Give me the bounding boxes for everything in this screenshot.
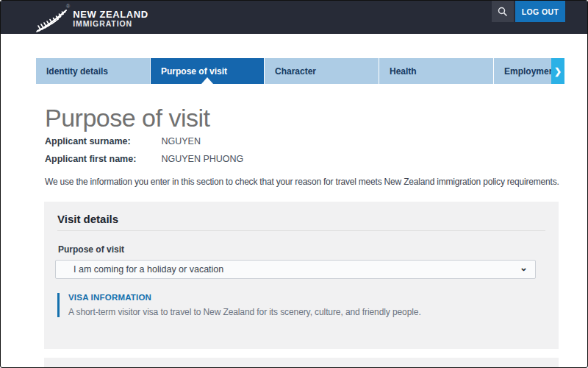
- search-icon: [498, 7, 508, 17]
- section-tabbar: Identity details Purpose of visit Charac…: [36, 58, 564, 84]
- silver-fern-icon: [35, 5, 69, 33]
- selected-option-text: I am coming for a holiday or vacation: [74, 264, 223, 275]
- logo-line-2: IMMIGRATION: [73, 20, 148, 29]
- applicant-first-name-row: Applicant first name: NGUYEN PHUONG: [45, 154, 243, 164]
- purpose-of-visit-label: Purpose of visit: [58, 244, 124, 255]
- visa-information-callout: VISA INFORMATION A short-term visitor vi…: [57, 293, 421, 317]
- registered-trademark: ®: [66, 4, 70, 9]
- page-title: Purpose of visit: [45, 104, 209, 132]
- nz-immigration-logo: ® NEW ZEALAND IMMIGRATION: [35, 4, 148, 33]
- visit-details-heading: Visit details: [57, 213, 118, 225]
- top-header-bar: ® NEW ZEALAND IMMIGRATION LOG OUT: [1, 1, 587, 34]
- tab-character[interactable]: Character: [265, 58, 379, 84]
- logo-text: NEW ZEALAND IMMIGRATION: [73, 10, 148, 29]
- heading-divider: [57, 230, 545, 231]
- logout-button[interactable]: LOG OUT: [515, 1, 565, 22]
- tab-label: Health: [390, 66, 417, 77]
- applicant-surname-label: Applicant surname:: [45, 136, 159, 146]
- tab-identity-details[interactable]: Identity details: [36, 58, 151, 84]
- tab-employment[interactable]: Employment: [494, 58, 551, 84]
- tabs-scroll-next-button[interactable]: ❯: [551, 58, 564, 84]
- next-section-panel: [44, 358, 559, 368]
- search-button[interactable]: [492, 1, 514, 22]
- tab-label: Identity details: [46, 66, 108, 77]
- application-window: ® NEW ZEALAND IMMIGRATION LOG OUT Identi…: [0, 0, 588, 368]
- visit-details-panel: Visit details Purpose of visit I am comi…: [44, 202, 559, 349]
- tab-label: Employment: [504, 66, 551, 77]
- chevron-down-icon: ⌄: [520, 262, 528, 273]
- section-intro-text: We use the information you enter in this…: [45, 177, 574, 187]
- applicant-surname-row: Applicant surname: NGUYEN: [45, 136, 201, 146]
- active-tab-pointer: [201, 77, 213, 84]
- applicant-surname-value: NGUYEN: [161, 136, 200, 146]
- purpose-of-visit-select[interactable]: I am coming for a holiday or vacation ⌄: [55, 260, 536, 279]
- tab-health[interactable]: Health: [379, 58, 494, 84]
- chevron-right-icon: ❯: [554, 66, 562, 77]
- visa-information-title: VISA INFORMATION: [68, 293, 421, 302]
- visa-information-text: A short-term visitor visa to travel to N…: [68, 307, 421, 317]
- logo-line-1: NEW ZEALAND: [73, 10, 148, 20]
- tab-label: Purpose of visit: [161, 66, 227, 77]
- applicant-first-name-value: NGUYEN PHUONG: [161, 154, 243, 164]
- applicant-first-name-label: Applicant first name:: [45, 154, 159, 164]
- tab-label: Character: [275, 66, 316, 77]
